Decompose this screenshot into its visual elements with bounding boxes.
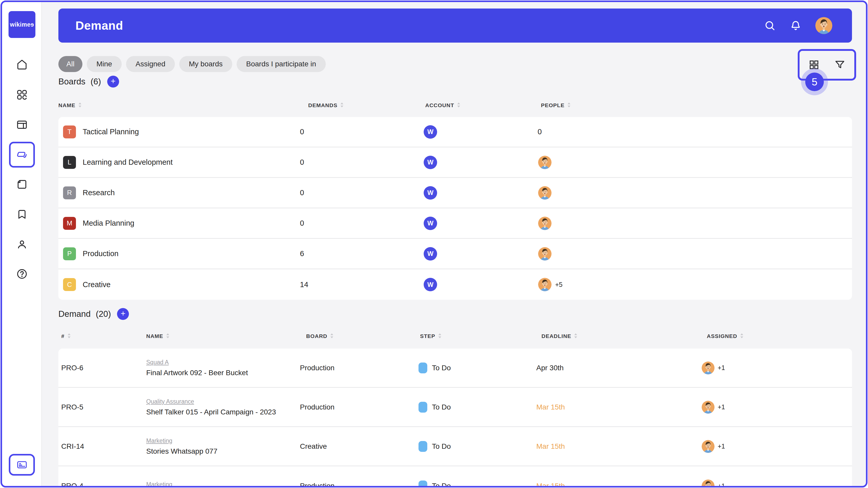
help-icon[interactable]: [16, 268, 28, 280]
column-header-assigned[interactable]: ASSIGNED: [702, 333, 852, 339]
board-badge: T: [63, 126, 76, 138]
sort-icon: [166, 333, 170, 339]
member-avatar: [538, 278, 552, 291]
grid-view-icon[interactable]: [808, 59, 820, 71]
board-badge: P: [63, 247, 76, 260]
board-demands-count: 6: [300, 250, 425, 258]
account-badge: W: [424, 156, 437, 169]
column-header-board[interactable]: BOARD: [300, 333, 418, 339]
demand-name: Final Artwork 092 - Beer Bucket: [146, 369, 300, 377]
profile-icon[interactable]: [16, 238, 28, 251]
step-color-chip: [418, 402, 427, 413]
tab-all[interactable]: All: [58, 56, 83, 72]
board-name: Learning and Development: [83, 158, 173, 167]
board-row-learning-development[interactable]: L Learning and Development 0 W: [58, 148, 852, 178]
demand-row-cri-14[interactable]: CRI-14 Marketing Stories Whatsapp 077 Cr…: [58, 427, 852, 466]
assignee-overflow-count: +1: [718, 482, 725, 486]
tab-boards-participate[interactable]: Boards I participate in: [237, 56, 326, 72]
assignee-avatar: [702, 401, 715, 414]
column-header-step[interactable]: STEP: [418, 333, 536, 339]
board-layout-icon[interactable]: [16, 119, 28, 131]
board-demands-count: 0: [300, 189, 425, 197]
demand-board: Production: [300, 364, 418, 372]
column-header-name[interactable]: NAME: [58, 102, 300, 108]
notifications-bell-icon[interactable]: [789, 20, 802, 32]
demand-title: Demand: [58, 309, 91, 319]
tab-assigned[interactable]: Assigned: [126, 56, 175, 72]
demand-row-pro-4[interactable]: PRO-4 Marketing Production To Do Mar 15t…: [58, 466, 852, 486]
sort-icon: [438, 333, 442, 339]
squad-link[interactable]: Squad A: [146, 359, 169, 366]
sort-icon: [340, 102, 344, 108]
assignee-overflow-count: +1: [718, 443, 725, 450]
board-demands-count: 0: [300, 158, 425, 167]
bookmark-icon[interactable]: [16, 208, 28, 221]
search-icon[interactable]: [764, 20, 776, 32]
column-header-account[interactable]: ACCOUNT: [425, 102, 537, 108]
board-badge: M: [63, 217, 76, 230]
card-panel-button[interactable]: [9, 454, 35, 476]
demand-table-header: # NAME BOARD STEP DEADLINE ASSIGNED: [58, 330, 852, 343]
filter-funnel-icon[interactable]: [834, 59, 846, 71]
notes-icon[interactable]: [16, 178, 28, 191]
add-board-button[interactable]: +: [107, 76, 119, 88]
add-demand-button[interactable]: +: [117, 308, 129, 320]
demand-board: Production: [300, 482, 418, 486]
sort-icon: [78, 102, 82, 108]
squad-link[interactable]: Quality Assurance: [146, 398, 194, 405]
tab-my-boards[interactable]: My boards: [179, 56, 232, 72]
walkthrough-step-badge: 5: [805, 72, 824, 91]
demand-deadline: Mar 15th: [536, 442, 702, 451]
column-header-deadline[interactable]: DEADLINE: [536, 333, 702, 339]
boards-title: Boards: [58, 77, 86, 87]
step-color-chip: [418, 441, 427, 452]
board-row-research[interactable]: R Research 0 W: [58, 178, 852, 208]
squad-link[interactable]: Marketing: [146, 437, 172, 444]
column-header-people[interactable]: PEOPLE: [537, 102, 852, 108]
board-demands-count: 14: [300, 281, 425, 289]
demand-row-pro-6[interactable]: PRO-6 Squad A Final Artwork 092 - Beer B…: [58, 349, 852, 388]
tab-mine[interactable]: Mine: [87, 56, 122, 72]
demand-deadline: Mar 15th: [536, 482, 702, 486]
app-window: wikimeɘ: [2, 2, 866, 486]
board-name: Research: [83, 189, 115, 197]
demand-name: Stories Whatsapp 077: [146, 447, 300, 455]
boards-section-header: Boards (6) +: [58, 76, 119, 88]
sort-icon: [740, 333, 744, 339]
home-icon[interactable]: [16, 58, 28, 71]
demand-row-pro-5[interactable]: PRO-5 Quality Assurance Shelf Talker 015…: [58, 388, 852, 427]
account-badge: W: [424, 247, 437, 261]
account-badge: W: [424, 186, 437, 200]
account-badge: W: [424, 278, 437, 291]
board-row-creative[interactable]: C Creative 14 W +5: [58, 269, 852, 300]
assignee-overflow-count: +1: [718, 403, 725, 411]
demand-section-header: Demand (20) +: [58, 308, 129, 320]
squad-link[interactable]: Marketing: [146, 481, 172, 486]
board-name: Tactical Planning: [83, 128, 139, 136]
demand-board: Production: [300, 403, 418, 411]
demand-id: PRO-4: [58, 482, 146, 486]
user-avatar[interactable]: [815, 17, 832, 34]
column-header-name[interactable]: NAME: [146, 333, 300, 339]
board-name: Production: [83, 250, 119, 258]
demand-board: Creative: [300, 442, 418, 451]
assignee-avatar: [702, 480, 715, 486]
step-label: To Do: [432, 442, 451, 451]
demand-table: PRO-6 Squad A Final Artwork 092 - Beer B…: [58, 349, 852, 486]
board-row-tactical-planning[interactable]: T Tactical Planning 0 W 0: [58, 117, 852, 148]
board-name: Media Planning: [83, 219, 134, 227]
demand-id: PRO-5: [58, 403, 146, 411]
demand-layers-icon: [16, 149, 28, 161]
member-avatar: [538, 186, 552, 200]
filter-tabs: All Mine Assigned My boards Boards I par…: [58, 56, 326, 72]
view-toolbar-highlight: 5: [798, 49, 856, 80]
column-header-demands[interactable]: DEMANDS: [300, 102, 425, 108]
sidebar-item-demand-active[interactable]: [9, 142, 35, 168]
main-content: Demand All Mine Assigned: [42, 2, 866, 486]
member-avatar: [538, 247, 552, 261]
demand-deadline: Apr 30th: [536, 364, 702, 372]
categories-icon[interactable]: [16, 89, 28, 101]
board-row-production[interactable]: P Production 6 W: [58, 239, 852, 269]
column-header-id[interactable]: #: [58, 333, 146, 339]
board-row-media-planning[interactable]: M Media Planning 0 W: [58, 208, 852, 239]
